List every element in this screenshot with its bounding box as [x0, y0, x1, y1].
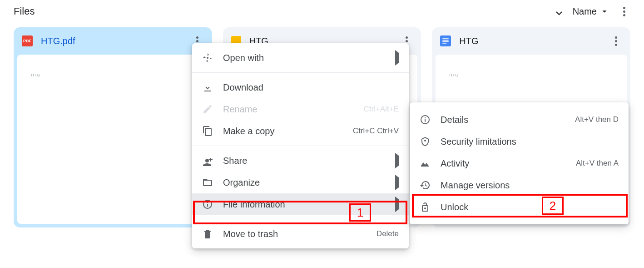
folder-icon — [202, 177, 213, 188]
rename-icon — [202, 104, 213, 115]
page-title: Files — [14, 5, 35, 17]
menu-move-to-trash[interactable]: Move to trash Delete — [192, 223, 409, 245]
copy-icon — [202, 126, 213, 137]
file-preview: HTG — [17, 55, 208, 224]
pdf-icon: PDF — [22, 35, 33, 46]
menu-shortcut: Ctrl+C Ctrl+V — [353, 126, 399, 136]
menu-label: Manage versions — [441, 180, 619, 191]
menu-label: File information — [223, 199, 381, 210]
submenu-activity[interactable]: Activity Alt+V then A — [410, 152, 629, 174]
submenu-arrow-icon — [395, 199, 399, 210]
context-menu: Open with Download Rename Ctrl+Alt+E Mak… — [192, 43, 409, 248]
menu-label: Unlock — [441, 202, 619, 212]
menu-share[interactable]: Share — [192, 150, 409, 172]
download-icon — [202, 82, 213, 93]
menu-shortcut: Alt+V then A — [576, 159, 619, 168]
menu-label: Share — [223, 156, 381, 166]
files-header: Files Name — [0, 0, 644, 23]
info-icon — [420, 114, 431, 125]
menu-label: Organize — [223, 177, 381, 188]
sort-by-button[interactable]: Name — [573, 6, 609, 17]
kebab-icon — [615, 36, 617, 46]
sort-by-label: Name — [573, 6, 597, 17]
docs-icon — [440, 35, 451, 46]
menu-label: Move to trash — [223, 229, 367, 239]
submenu-details[interactable]: Details Alt+V then D — [410, 109, 629, 131]
menu-shortcut: Alt+V then D — [575, 115, 619, 124]
submenu-unlock[interactable]: Unlock — [410, 196, 629, 218]
unlock-icon — [420, 202, 431, 212]
file-more-button[interactable] — [609, 36, 622, 46]
info-icon — [202, 199, 213, 210]
file-name: HTG — [459, 36, 601, 46]
menu-separator — [192, 219, 409, 219]
trash-icon — [202, 228, 213, 239]
menu-open-with[interactable]: Open with — [192, 47, 409, 69]
shield-icon — [420, 136, 431, 147]
history-icon — [420, 180, 431, 191]
submenu-arrow-icon — [395, 53, 399, 63]
menu-label: Activity — [441, 158, 566, 169]
svg-point-0 — [207, 57, 208, 59]
arrow-down-icon — [554, 6, 565, 17]
menu-make-copy[interactable]: Make a copy Ctrl+C Ctrl+V — [192, 120, 409, 142]
submenu-arrow-icon — [395, 156, 399, 166]
file-card-header: PDF HTG.pdf — [14, 27, 212, 55]
file-name: HTG.pdf — [41, 36, 183, 46]
menu-separator — [192, 72, 409, 73]
submenu-security[interactable]: Security limitations — [410, 131, 629, 152]
activity-icon — [420, 158, 431, 169]
submenu-manage-versions[interactable]: Manage versions — [410, 174, 629, 196]
file-info-submenu: Details Alt+V then D Security limitation… — [410, 102, 629, 224]
kebab-icon — [623, 7, 625, 16]
menu-shortcut: Ctrl+Alt+E — [364, 105, 399, 114]
menu-label: Open with — [223, 53, 381, 63]
more-options-button[interactable] — [618, 7, 630, 16]
menu-label: Rename — [223, 104, 354, 115]
menu-label: Make a copy — [223, 126, 343, 137]
menu-organize[interactable]: Organize — [192, 172, 409, 193]
open-with-icon — [202, 52, 213, 63]
caret-down-icon — [599, 6, 609, 16]
menu-separator — [192, 146, 409, 146]
menu-label: Details — [441, 115, 565, 125]
menu-download[interactable]: Download — [192, 76, 409, 98]
submenu-arrow-icon — [395, 177, 399, 188]
file-card[interactable]: PDF HTG.pdf HTG — [14, 27, 212, 228]
header-actions: Name — [554, 6, 630, 17]
menu-file-information[interactable]: File information — [192, 193, 409, 215]
menu-label: Security limitations — [441, 137, 619, 147]
preview-text: HTG — [449, 73, 459, 77]
sort-direction-button[interactable] — [554, 6, 565, 17]
file-card-header: HTG — [432, 27, 630, 55]
menu-shortcut: Delete — [376, 229, 399, 238]
preview-text: HTG — [31, 73, 40, 77]
menu-label: Download — [223, 82, 399, 93]
share-icon — [202, 155, 213, 166]
menu-rename: Rename Ctrl+Alt+E — [192, 98, 409, 120]
